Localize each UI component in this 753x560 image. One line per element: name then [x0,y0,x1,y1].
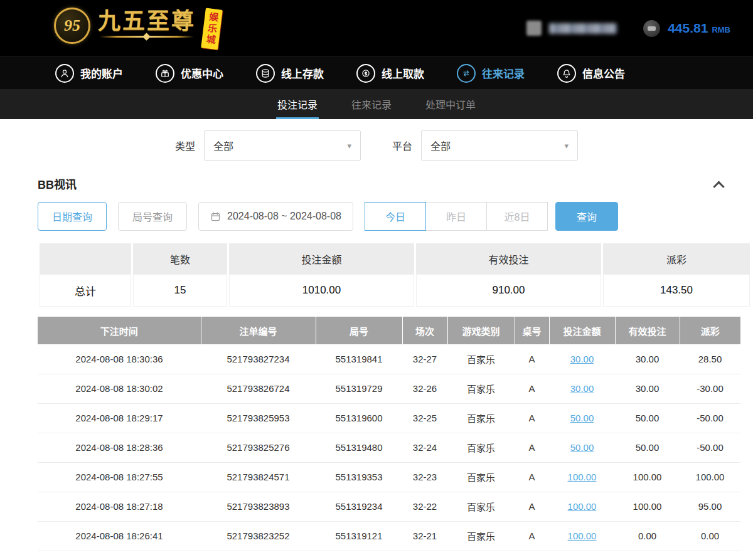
cell-session: 32-21 [402,521,447,551]
summary-total-row: 总计 15 1010.00 910.00 143.50 [40,274,750,307]
cell-round-no: 551319480 [316,433,402,462]
column-header: 下注时间 [38,317,201,344]
type-select[interactable]: 全部 ▾ [204,130,361,161]
column-header: 派彩 [680,317,740,344]
cell-game-type: 百家乐 [447,403,515,433]
chevron-down-icon: ▾ [564,141,569,151]
cell-order-no: 521793827234 [201,344,316,374]
logo-text: 九五至尊 [98,9,196,34]
cell-game-type: 百家乐 [447,462,515,492]
bet-amount-link[interactable]: 30.00 [570,354,594,364]
user-avatar[interactable] [526,21,542,36]
bet-amount-link[interactable]: 100.00 [568,531,597,541]
column-header: 桌号 [515,317,549,344]
round-query-button[interactable]: 局号查询 [118,202,187,231]
bet-amount-link[interactable]: 30.00 [570,383,594,394]
cell-game-type: 百家乐 [447,433,515,462]
cell-round-no: 551319353 [316,462,402,492]
cell-bet-time: 2024-08-08 18:30:36 [38,344,201,374]
nav-item-records[interactable]: 往来记录 [457,64,525,83]
last-8-days-button[interactable]: 近8日 [486,202,548,231]
cell-order-no: 521793825953 [201,403,316,433]
site-logo[interactable]: 95 九五至尊 娱乐城 [54,8,220,49]
platform-filter: 平台 全部 ▾ [392,130,578,161]
section-title: BB视讯 [38,176,77,192]
username-redacted[interactable] [549,23,617,34]
cell-session: 32-23 [402,462,447,492]
table-row: 2024-08-08 18:27:55521793824571551319353… [38,462,740,492]
nav-item-label: 我的账户 [80,65,123,81]
yesterday-button[interactable]: 昨日 [425,202,487,231]
summary-table: 笔数 投注金额 有效投注 派彩 总计 15 1010.00 910.00 143… [38,243,752,307]
bet-amount-link[interactable]: 50.00 [570,413,594,423]
cell-valid-bet: 50.00 [615,433,680,462]
cell-game-type: 百家乐 [447,521,515,551]
summary-col-count: 笔数 [133,243,227,274]
user-icon [55,64,74,83]
cell-payout: 95.00 [680,492,740,521]
cell-payout: 28.50 [680,344,740,374]
table-row: 2024-08-08 18:27:18521793823893551319234… [38,492,740,521]
table-row: 2024-08-08 18:26:41521793823252551319121… [38,521,740,551]
today-button[interactable]: 今日 [365,202,426,231]
cell-bet-time: 2024-08-08 18:28:36 [38,433,201,462]
summary-total-valid-bet: 910.00 [416,274,601,307]
cell-payout: 100.00 [680,462,740,492]
deposit-coins-icon [256,64,275,83]
date-range-value: 2024-08-08 ~ 2024-08-08 [227,211,341,222]
cell-valid-bet: 30.00 [615,374,680,403]
wallet-icon [643,20,660,37]
logo-badge: 娱乐城 [201,8,223,50]
bet-amount-link[interactable]: 100.00 [568,501,597,512]
cell-bet-time: 2024-08-08 18:29:17 [38,403,201,433]
cell-table-no: A [515,403,549,433]
bet-amount-link[interactable]: 100.00 [568,472,597,482]
nav-item-promotions[interactable]: 优惠中心 [156,64,223,83]
nav-item-withdraw[interactable]: 线上取款 [356,64,424,83]
summary-corner-cell [40,243,131,274]
bet-amount-link[interactable]: 50.00 [570,442,594,453]
nav-item-deposit[interactable]: 线上存款 [256,64,324,83]
records-tbody: 2024-08-08 18:30:36521793827234551319841… [38,344,740,551]
summary-col-valid-bet: 有效投注 [416,243,601,274]
cell-round-no: 551319841 [316,344,402,374]
cell-round-no: 551319234 [316,492,402,521]
cell-bet-amount: 30.00 [549,344,615,374]
tab-bet-records[interactable]: 投注记录 [276,89,319,119]
search-button[interactable]: 查询 [555,202,618,231]
chevron-down-icon: ▾ [347,141,351,151]
cell-valid-bet: 100.00 [615,492,680,521]
cell-bet-amount: 50.00 [549,433,615,462]
platform-select[interactable]: 全部 ▾ [421,130,578,161]
cell-session: 32-25 [402,403,447,433]
logo-emblem-icon: 95 [54,8,90,44]
collapse-chevron-icon[interactable] [713,181,724,192]
cell-game-type: 百家乐 [447,492,515,521]
cell-valid-bet: 100.00 [615,462,680,492]
logo-text-wrap: 九五至尊 [98,9,196,38]
balance-currency: RMB [712,25,730,34]
cell-session: 32-26 [402,374,447,403]
type-filter: 类型 全部 ▾ [175,130,361,161]
table-row: 2024-08-08 18:30:02521793826724551319729… [38,374,740,403]
summary-total-label: 总计 [40,274,131,307]
tab-processing-orders[interactable]: 处理中订单 [424,89,477,119]
query-toolbar: 日期查询 局号查询 2024-08-08 ~ 2024-08-08 今日 昨日 … [0,196,753,242]
column-header: 场次 [402,317,447,344]
table-row: 2024-08-08 18:29:17521793825953551319600… [38,403,740,433]
tab-transaction-records[interactable]: 往来记录 [350,89,393,119]
cell-order-no: 521793825276 [201,433,316,462]
column-header: 游戏类别 [447,317,515,344]
cell-payout: -50.00 [680,403,740,433]
cell-order-no: 521793824571 [201,462,316,492]
nav-item-label: 线上存款 [281,65,324,81]
nav-item-account[interactable]: 我的账户 [55,64,123,83]
cell-order-no: 521793823893 [201,492,316,521]
cell-order-no: 521793823252 [201,521,316,551]
cell-bet-time: 2024-08-08 18:30:02 [38,374,201,403]
nav-item-label: 信息公告 [582,65,625,81]
nav-item-announcements[interactable]: 信息公告 [557,64,625,83]
date-range-picker[interactable]: 2024-08-08 ~ 2024-08-08 [198,202,353,231]
top-header: 95 九五至尊 娱乐城 445.81 RMB [0,0,753,56]
date-query-button[interactable]: 日期查询 [38,202,107,231]
